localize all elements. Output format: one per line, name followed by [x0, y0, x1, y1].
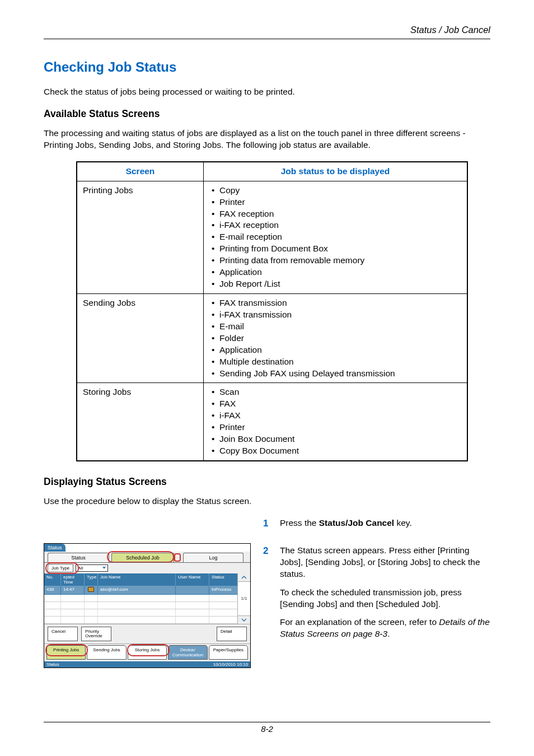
- page-down-button[interactable]: [238, 615, 250, 624]
- step2-c-post: .: [387, 629, 390, 638]
- page-up-button[interactable]: [238, 573, 250, 582]
- status-cell: ScanFAXi-FAXPrinterJoin Box DocumentCopy…: [204, 383, 468, 461]
- priority-override-button[interactable]: Priority Override: [81, 627, 111, 641]
- chevron-down-icon: [102, 567, 106, 569]
- step1-pre: Press the: [280, 518, 319, 528]
- list-item: FAX reception: [219, 208, 461, 220]
- jobtype-value: All: [78, 566, 83, 571]
- table-row: Printing JobsCopyPrinterFAX receptioni-F…: [77, 181, 467, 293]
- list-item: Printer: [219, 422, 461, 433]
- list-item: i-FAX: [219, 410, 461, 422]
- list-item: Folder: [219, 333, 461, 344]
- cell-time: 14:47: [61, 586, 85, 594]
- page-title: Checking Job Status: [44, 59, 490, 75]
- list-item: i-FAX transmission: [219, 309, 461, 321]
- status-cell: CopyPrinterFAX receptioni-FAX receptionE…: [204, 181, 468, 293]
- cell-username: [176, 586, 209, 594]
- list-item: Sending Job FAX using Delayed transmissi…: [219, 368, 461, 380]
- jobtype-label: Job Type: [48, 564, 73, 572]
- displaying-paragraph: Use the procedure below to display the S…: [44, 496, 490, 507]
- list-item: Printer: [219, 197, 461, 208]
- list-item: Copy: [219, 185, 461, 197]
- available-paragraph: The processing and waiting status of job…: [44, 128, 490, 151]
- statusbar-label: Status: [46, 662, 59, 667]
- bottom-tab-device[interactable]: Device/ Communication: [168, 645, 207, 660]
- col-no: No.: [44, 573, 61, 586]
- list-item: FAX: [219, 398, 461, 410]
- bottom-tab-sending[interactable]: Sending Jobs: [87, 645, 126, 660]
- header-breadcrumb: Status / Job Cancel: [44, 25, 490, 35]
- screen-cell: Storing Jobs: [77, 383, 204, 461]
- status-cell: FAX transmissioni-FAX transmissionE-mail…: [204, 293, 468, 382]
- step-number: 1: [263, 517, 280, 536]
- th-jobstatus: Job status to be displayed: [204, 162, 468, 181]
- page-number: 8-2: [44, 724, 490, 734]
- section-displaying-title: Displaying Status Screens: [44, 476, 490, 488]
- bottom-tab-storing[interactable]: Storing Jobs: [128, 645, 167, 660]
- header-rule: [44, 39, 490, 39]
- step1-post: key.: [394, 518, 412, 528]
- touch-panel-screenshot: Status Status Scheduled Job Log Job Type…: [44, 543, 251, 668]
- step2-b: To check the scheduled transmission job,…: [280, 587, 490, 610]
- cell-type-icon: [85, 586, 98, 594]
- cell-jobname: abc@def.com: [98, 586, 176, 594]
- list-item: Application: [219, 267, 461, 278]
- empty-row: [44, 602, 237, 609]
- section-available-title: Available Status Screens: [44, 108, 490, 120]
- tab-log[interactable]: Log: [183, 553, 243, 562]
- cell-no: 438: [44, 586, 61, 594]
- statusbar-datetime: 10/10/2010 10:10: [213, 662, 248, 667]
- chevron-down-icon: [241, 618, 247, 622]
- screen-cell: Sending Jobs: [77, 293, 204, 382]
- table-row: Sending JobsFAX transmissioni-FAX transm…: [77, 293, 467, 382]
- tab-status[interactable]: Status: [48, 553, 109, 562]
- list-item: Multiple destination: [219, 356, 461, 368]
- bottom-tab-printing[interactable]: Printing Jobs: [46, 645, 86, 660]
- screen-cell: Printing Jobs: [77, 181, 204, 293]
- tab-scheduled-job[interactable]: Scheduled Job: [111, 553, 174, 562]
- empty-row: [44, 609, 237, 617]
- page-indicator: 1/1: [238, 582, 250, 615]
- list-item: Job Report /List: [219, 278, 461, 290]
- empty-row: [44, 617, 237, 624]
- list-item: Printing from Document Box: [219, 243, 461, 255]
- footer-rule: [44, 722, 490, 722]
- grid-header: No. epted Time Type Job Name User Name S…: [44, 573, 237, 586]
- empty-row: [44, 595, 237, 602]
- col-time: epted Time: [61, 573, 85, 586]
- callout-divider: [174, 553, 181, 562]
- step-2: 2 The Status screen appears. Press eithe…: [263, 545, 490, 647]
- step2-a: The Status screen appears. Press either …: [280, 545, 490, 580]
- status-screens-table: Screen Job status to be displayed Printi…: [76, 161, 468, 461]
- list-item: E-mail reception: [219, 231, 461, 243]
- job-type-icon: [88, 587, 94, 592]
- list-item: Scan: [219, 386, 461, 398]
- list-item: E-mail: [219, 321, 461, 333]
- step1-key: Status/Job Cancel: [319, 518, 394, 528]
- cell-status: InProcess: [209, 586, 237, 594]
- list-item: i-FAX reception: [219, 220, 461, 231]
- step2-c-pre: For an explanation of the screen, refer …: [280, 617, 439, 627]
- intro-paragraph: Check the status of jobs being processed…: [44, 86, 490, 98]
- list-item: Join Box Document: [219, 433, 461, 445]
- bottom-tab-paper[interactable]: Paper/Supplies: [209, 645, 248, 660]
- chevron-up-icon: [241, 576, 247, 579]
- jobtype-dropdown[interactable]: All: [76, 564, 108, 572]
- th-screen: Screen: [77, 162, 204, 181]
- step-number: 2: [263, 545, 280, 647]
- col-username: User Name: [176, 573, 209, 586]
- cancel-button[interactable]: Cancel: [48, 627, 78, 641]
- list-item: Application: [219, 344, 461, 356]
- table-row: Storing JobsScanFAXi-FAXPrinterJoin Box …: [77, 383, 467, 461]
- list-item: Copy Box Document: [219, 445, 461, 457]
- panel-status-bar: Status 10/10/2010 10:10: [44, 661, 250, 668]
- step-1: 1 Press the Status/Job Cancel key.: [263, 517, 490, 536]
- detail-button[interactable]: Detail: [217, 627, 247, 641]
- panel-title: Status: [44, 544, 65, 552]
- table-row[interactable]: 438 14:47 abc@def.com InProcess: [44, 586, 237, 595]
- list-item: Printing data from removable memory: [219, 255, 461, 267]
- list-item: FAX transmission: [219, 297, 461, 309]
- col-type: Type: [85, 573, 98, 586]
- col-jobname: Job Name: [98, 573, 176, 586]
- pager: 1/1: [237, 573, 250, 624]
